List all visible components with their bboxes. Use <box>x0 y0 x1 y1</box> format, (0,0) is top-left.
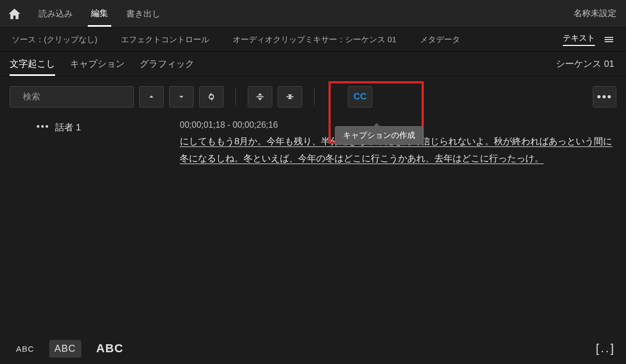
text-size-small[interactable]: ABC <box>11 341 40 357</box>
mode-tabs: 読み込み 編集 書き出し <box>35 1 164 27</box>
transcript-list: ••• 話者 1 00;00;01;18 - 00;00;26;16 にしてもも… <box>0 115 626 167</box>
more-options-button[interactable]: ••• <box>593 86 616 107</box>
panel-tab-text[interactable]: テキスト <box>563 33 595 46</box>
home-icon[interactable] <box>7 7 21 21</box>
prev-button[interactable] <box>139 86 164 107</box>
panel-tab-effect-controls[interactable]: エフェクトコントロール <box>121 35 209 45</box>
chevron-down-icon <box>177 92 186 102</box>
svg-rect-2 <box>605 41 613 42</box>
toolbar-separator <box>235 88 236 105</box>
mode-tab-export[interactable]: 書き出し <box>123 1 164 26</box>
sub-tab-transcript[interactable]: 文字起こし <box>10 52 55 76</box>
create-caption-tooltip: キャプションの作成 <box>335 126 423 145</box>
svg-rect-3 <box>256 96 263 97</box>
panel-tabs: ソース：(クリップなし) エフェクトコントロール オーディオクリップミキサー：シ… <box>0 28 626 52</box>
transcript-footer: ABC ABC ABC [..] <box>0 333 626 364</box>
toolbar-separator-2 <box>314 88 315 105</box>
segment-menu-icon[interactable]: ••• <box>36 121 50 133</box>
merge-up-icon <box>255 91 265 102</box>
panel-tab-audio-mixer[interactable]: オーディオクリップミキサー：シーケンス 01 <box>233 35 396 45</box>
refresh-icon <box>206 91 217 102</box>
merge-up-button[interactable] <box>248 86 272 107</box>
sequence-name: シーケンス 01 <box>556 58 616 70</box>
search-field[interactable] <box>10 86 134 107</box>
sub-tab-caption[interactable]: キャプション <box>70 52 125 75</box>
panel-menu-icon[interactable] <box>605 35 613 44</box>
panel-tab-source[interactable]: ソース：(クリップなし) <box>12 35 97 45</box>
sub-tab-graphic[interactable]: グラフィック <box>140 52 194 75</box>
text-size-medium[interactable]: ABC <box>49 340 81 358</box>
text-sub-tabs: 文字起こし キャプション グラフィック シーケンス 01 <box>0 52 626 76</box>
merge-down-button[interactable] <box>278 86 302 107</box>
create-caption-button[interactable]: CC <box>348 86 372 107</box>
project-name: 名称未設定 <box>574 8 619 19</box>
transcript-segment: ••• 話者 1 00;00;01;18 - 00;00;26;16 にしてもも… <box>10 120 616 167</box>
bracket-toggle[interactable]: [..] <box>596 342 615 355</box>
mode-tab-edit[interactable]: 編集 <box>88 1 111 27</box>
svg-rect-1 <box>605 39 613 40</box>
text-size-large[interactable]: ABC <box>91 338 129 359</box>
svg-rect-0 <box>605 37 613 38</box>
app-header: 読み込み 編集 書き出し 名称未設定 <box>0 0 626 28</box>
merge-down-icon <box>285 91 295 102</box>
speaker-name[interactable]: 話者 1 <box>55 121 81 134</box>
refresh-button[interactable] <box>199 86 224 107</box>
transcript-toolbar: CC ••• <box>0 76 626 115</box>
chevron-up-icon <box>147 92 156 102</box>
search-input[interactable] <box>22 91 131 102</box>
mode-tab-import[interactable]: 読み込み <box>35 1 76 26</box>
next-button[interactable] <box>169 86 194 107</box>
panel-tab-metadata[interactable]: メタデータ <box>420 35 460 45</box>
